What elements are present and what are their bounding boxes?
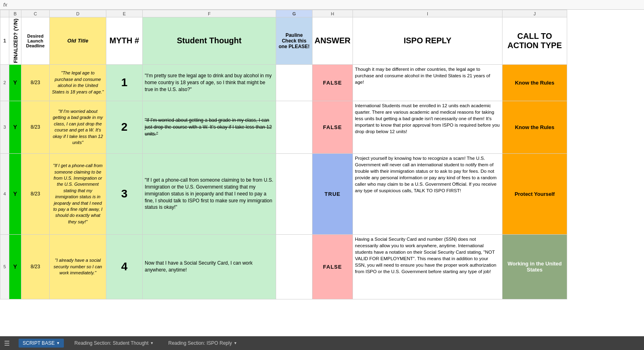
myth-num-3: 3 [106, 153, 143, 234]
col-e-header[interactable]: E [106, 10, 143, 17]
row-num-4: 4 [0, 153, 9, 234]
data-row-2: 3 Y 8/23 "If I'm worried about getting a… [0, 101, 567, 153]
student-thought-2: "If I'm worried about getting a bad grad… [143, 101, 276, 153]
ispo-reply-3: Project yourself by knowing how to recog… [353, 153, 503, 234]
cta-3: Protect Yourself [503, 153, 567, 234]
col-header-row: B C D E F G H I J [0, 10, 567, 17]
col-j-header[interactable]: J [503, 10, 567, 17]
header-ispo-reply: ISPO REPLY [353, 17, 503, 65]
ispo-reply-2: International Students must be enrolled … [353, 101, 503, 153]
col-d-header[interactable]: D [50, 10, 106, 17]
formula-bar: fx [0, 0, 644, 10]
student-thought-1: "I'm pretty sure the legal age to drink … [143, 64, 276, 101]
cta-2: Know the Rules [503, 101, 567, 153]
cta-4: Working in the United States [503, 234, 567, 299]
header-pauline: Pauline Check this one PLEASE! [276, 17, 312, 65]
col-b-header[interactable]: B [9, 10, 21, 17]
ispo-reply-1: Though it may be different in other coun… [353, 64, 503, 101]
row-num-2: 2 [0, 64, 9, 101]
pauline-1 [276, 64, 312, 101]
date-3: 8/23 [21, 153, 50, 234]
cta-1: Know the Rules [503, 64, 567, 101]
fx-label: fx [3, 2, 7, 8]
student-thought-strikethrough-2: "If I'm worried about getting a bad grad… [145, 117, 272, 137]
old-title-3: "If I get a phone-call from someone clai… [50, 153, 106, 234]
student-thought-4: Now that I have a Social Security Card, … [143, 234, 276, 299]
header-myth-num: MYTH # [106, 17, 143, 65]
col-i-header[interactable]: I [353, 10, 503, 17]
finalized-2: Y [9, 101, 21, 153]
pauline-4 [276, 234, 312, 299]
header-desired-launch: Desired Launch Deadline [21, 17, 50, 65]
student-thought-3: "If I get a phone-call from someone clai… [143, 153, 276, 234]
date-1: 8/23 [21, 64, 50, 101]
myth-num-2: 2 [106, 101, 143, 153]
data-row-1: 2 Y 8/23 "The legal age to purchase and … [0, 64, 567, 101]
header-finalized: FINALIZED? (Y/N) [9, 17, 21, 65]
answer-1: FALSE [312, 64, 353, 101]
myth-num-1: 1 [106, 64, 143, 101]
pauline-2 [276, 101, 312, 153]
data-row-4: 5 Y 8/23 "I already have a social securi… [0, 234, 567, 299]
answer-4: FALSE [312, 234, 353, 299]
col-g-header active-col[interactable]: G [276, 10, 312, 17]
myth-num-4: 4 [106, 234, 143, 299]
column-title-row: 1 FINALIZED? (Y/N) Desired Launch Deadli… [0, 17, 567, 65]
answer-3: TRUE [312, 153, 353, 234]
header-student-thought: Student Thought [143, 17, 276, 65]
old-title-4: "I already have a social security number… [50, 234, 106, 299]
pauline-3 [276, 153, 312, 234]
row-num-5: 5 [0, 234, 9, 299]
col-f-header[interactable]: F [143, 10, 276, 17]
date-4: 8/23 [21, 234, 50, 299]
row-corner [0, 10, 9, 17]
row-num-3: 3 [0, 101, 9, 153]
ispo-reply-4: Having a Social Security Card and number… [353, 234, 503, 299]
answer-2: FALSE [312, 101, 353, 153]
old-title-2: "If I'm worried about getting a bad grad… [50, 101, 106, 153]
finalized-4: Y [9, 234, 21, 299]
finalized-1: Y [9, 64, 21, 101]
header-old-title: Old Title [50, 17, 106, 65]
col-h-header[interactable]: H [312, 10, 353, 17]
data-row-3: 4 Y 8/23 "If I get a phone-call from som… [0, 153, 567, 234]
spreadsheet-table: B C D E F G H I J 1 FINALIZED? (Y/N) Des… [0, 10, 567, 299]
date-2: 8/23 [21, 101, 50, 153]
spreadsheet-container: B C D E F G H I J 1 FINALIZED? (Y/N) Des… [0, 10, 644, 336]
old-title-1: "The legal age to purchase and consume a… [50, 64, 106, 101]
finalized-3: Y [9, 153, 21, 234]
row-num-1: 1 [0, 17, 9, 65]
col-c-header[interactable]: C [21, 10, 50, 17]
header-call-to-action: CALL TO ACTION TYPE [503, 17, 567, 65]
header-answer: ANSWER [312, 17, 353, 65]
